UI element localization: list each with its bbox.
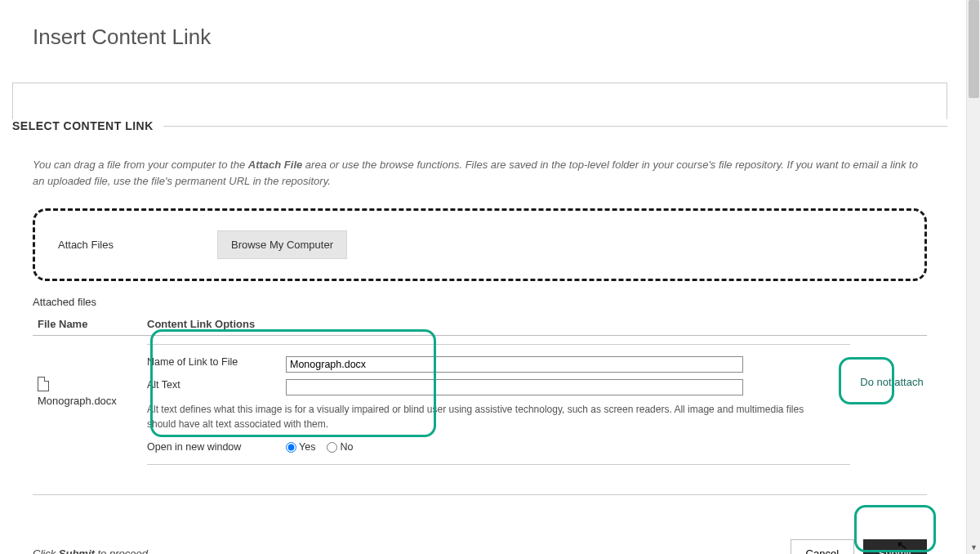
attached-files-heading: Attached files (33, 296, 927, 308)
page-title: Insert Content Link (33, 25, 927, 50)
scroll-down-arrow-icon[interactable]: ▼ (967, 540, 980, 554)
file-cell: Monograph.docx (33, 344, 147, 407)
content-link-options: Name of Link to File Alt Text Alt text d… (147, 344, 850, 465)
cancel-button[interactable]: Cancel (791, 539, 854, 554)
open-yes-option[interactable]: Yes (286, 441, 315, 453)
attach-files-label: Attach Files (58, 239, 217, 251)
alt-text-description: Alt text defines what this image is for … (147, 399, 850, 438)
name-of-link-label: Name of Link to File (147, 356, 286, 368)
col-header-filename: File Name (33, 318, 147, 330)
open-new-window-label: Open in new window (147, 441, 286, 453)
alt-text-label: Alt Text (147, 379, 286, 391)
open-yes-radio[interactable] (286, 442, 296, 453)
table-row: Monograph.docx Name of Link to File Alt … (33, 336, 927, 465)
scroll-thumb[interactable] (969, 0, 979, 98)
footer-divider (33, 494, 927, 495)
section-heading: SELECT CONTENT LINK (12, 119, 163, 132)
name-of-link-input[interactable] (286, 356, 743, 373)
help-text: You can drag a file from your computer t… (33, 157, 927, 189)
section-rule (163, 126, 947, 127)
open-no-radio[interactable] (327, 442, 337, 453)
col-header-options: Content Link Options (147, 318, 927, 330)
section-frame-top (12, 83, 947, 119)
browse-my-computer-button[interactable]: Browse My Computer (217, 230, 347, 259)
attached-files-header-row: File Name Content Link Options (33, 313, 927, 336)
do-not-attach-link[interactable]: Do not attach (857, 344, 927, 390)
submit-button[interactable]: Submit (863, 539, 927, 554)
attach-dropzone[interactable]: Attach Files Browse My Computer (33, 208, 927, 281)
footer-help-text: Click Submit to proceed. (33, 547, 151, 554)
vertical-scrollbar[interactable]: ▲ ▼ (966, 0, 980, 554)
file-name: Monograph.docx (38, 395, 117, 407)
open-no-option[interactable]: No (327, 441, 353, 453)
alt-text-input[interactable] (286, 379, 743, 395)
file-icon (38, 377, 49, 391)
